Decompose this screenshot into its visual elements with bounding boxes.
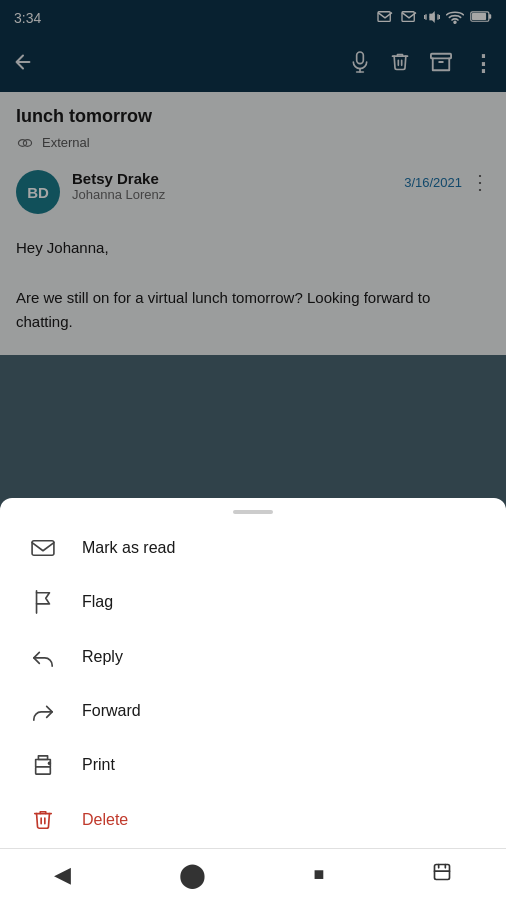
nav-stop-button[interactable]: ■	[313, 864, 324, 885]
reply-label: Reply	[82, 648, 123, 666]
reply-item[interactable]: Reply	[0, 630, 506, 684]
flag-item[interactable]: Flag	[0, 574, 506, 630]
svg-point-22	[49, 762, 51, 764]
svg-rect-18	[32, 541, 54, 556]
svg-rect-20	[36, 767, 51, 774]
nav-recent-button[interactable]	[432, 862, 452, 888]
forward-item[interactable]: Forward	[0, 684, 506, 738]
mark-as-read-label: Mark as read	[82, 539, 175, 557]
print-item[interactable]: Print	[0, 738, 506, 792]
flag-label: Flag	[82, 593, 113, 611]
flag-icon	[28, 590, 58, 614]
forward-label: Forward	[82, 702, 141, 720]
delete-label: Delete	[82, 811, 128, 829]
print-label: Print	[82, 756, 115, 774]
bottom-sheet: Mark as read Flag Reply Forward	[0, 498, 506, 900]
delete-item[interactable]: Delete	[0, 792, 506, 848]
print-icon	[28, 754, 58, 776]
mark-as-read-item[interactable]: Mark as read	[0, 522, 506, 574]
reply-icon	[28, 646, 58, 668]
nav-bar: ◀ ⬤ ■	[0, 848, 506, 900]
mark-as-read-icon	[28, 538, 58, 558]
delete-icon	[28, 808, 58, 832]
nav-home-button[interactable]: ⬤	[179, 861, 206, 889]
sheet-handle	[233, 510, 273, 514]
forward-icon	[28, 700, 58, 722]
nav-back-button[interactable]: ◀	[54, 862, 71, 888]
sheet-handle-row	[0, 498, 506, 522]
svg-rect-21	[38, 756, 47, 760]
